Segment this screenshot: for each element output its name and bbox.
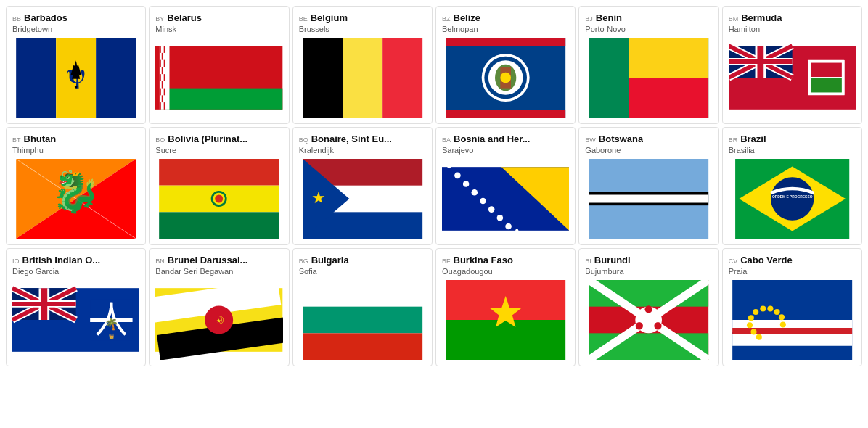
svg-rect-53 [811,63,842,77]
country-card-bm[interactable]: BM Bermuda Hamilton [722,6,862,124]
svg-point-8 [75,86,78,89]
svg-point-129 [747,322,753,328]
country-card-ba[interactable]: BA Bosnia and Her... Sarajevo [435,127,576,245]
country-name: Benin [596,12,622,23]
country-card-bw[interactable]: BW Botswana Gaborone [578,127,718,245]
svg-point-122 [655,322,662,329]
card-header: BY Belarus [155,12,282,23]
svg-rect-22 [164,102,165,110]
country-card-bj[interactable]: BJ Benin Porto-Novo [578,6,718,124]
card-header: BM Bermuda [729,12,856,23]
capital: Minsk [155,25,282,33]
svg-rect-17 [160,74,161,81]
svg-text:👑: 👑 [109,334,115,339]
svg-rect-40 [629,38,708,78]
country-card-bq[interactable]: BQ Bonaire, Sint Eu... Kralendijk ★ [292,127,433,245]
flag-image [442,159,569,239]
country-code: BR [729,136,738,144]
svg-point-136 [779,321,785,327]
svg-rect-29 [382,38,422,118]
country-card-cv[interactable]: CV Cabo Verde Praia [722,248,862,366]
flag-image [155,38,282,118]
svg-point-80 [515,229,518,232]
country-card-by[interactable]: BY Belarus Minsk [149,6,289,124]
flag-image: ☽ ★ [155,280,282,360]
svg-rect-125 [732,328,852,334]
capital: Sucre [155,146,282,155]
svg-point-127 [756,334,761,340]
country-name: Bosnia and Her... [454,133,530,144]
svg-point-73 [463,181,470,187]
svg-rect-19 [160,89,161,96]
svg-point-131 [753,309,758,315]
svg-rect-0 [16,38,56,118]
card-header: BO Bolivia (Plurinat... [155,133,282,144]
svg-rect-41 [629,78,708,118]
card-header: BT Bhutan [12,133,139,144]
country-card-io[interactable]: IO British Indian O... Diego Garcia 🌴 👑 [6,248,146,366]
country-name: Bonaire, Sint Eu... [311,133,392,144]
svg-rect-16 [164,60,165,67]
flag-image: 🌴 👑 [12,280,139,360]
svg-text:🌴: 🌴 [105,317,119,331]
card-header: BQ Bonaire, Sint Eu... [299,133,426,144]
svg-rect-32 [446,110,565,118]
country-card-bb[interactable]: BB Barbados Bridgetown 𝛙 [6,6,146,124]
svg-rect-18 [164,74,165,81]
svg-rect-10 [155,89,282,110]
country-grid: BB Barbados Bridgetown 𝛙 BY Belarus Mins… [6,6,862,366]
capital: Kralendijk [299,146,426,155]
svg-point-133 [767,305,773,311]
svg-rect-109 [303,307,422,334]
svg-rect-28 [343,38,382,118]
card-header: BI Burundi [585,255,712,266]
svg-point-76 [488,206,495,213]
country-code: BA [442,136,451,144]
country-code: BZ [442,15,451,22]
country-card-be[interactable]: BE Belgium Brussels [292,6,433,124]
flag-image [299,38,426,118]
svg-point-130 [748,315,753,321]
country-card-bn[interactable]: BN Brunei Darussal... Bandar Seri Begawa… [149,248,289,366]
svg-text:🐉: 🐉 [51,168,101,215]
flag-image [442,280,569,360]
capital: Gaborone [585,146,712,155]
country-card-bz[interactable]: BZ Belize Belmopan [435,6,576,124]
svg-rect-21 [160,102,161,110]
country-code: BE [299,15,308,22]
country-card-bo[interactable]: BO Bolivia (Plurinat... Sucre [149,127,289,245]
country-name: British Indian O... [22,255,101,266]
svg-rect-112 [446,320,565,360]
country-card-bi[interactable]: BI Burundi Bujumbura [578,248,718,366]
svg-rect-83 [589,195,708,203]
svg-rect-110 [303,333,422,360]
country-card-br[interactable]: BR Brazil Brasilia ORDEM E PROGRESSO [722,127,862,245]
svg-text:★: ★ [311,189,326,207]
capital: Bujumbura [585,267,712,276]
country-code: BM [729,15,739,22]
svg-point-135 [779,314,785,320]
svg-rect-59 [159,159,279,186]
country-code: BY [155,15,164,22]
svg-rect-15 [160,60,161,67]
svg-rect-108 [303,280,422,307]
country-code: BG [299,258,308,265]
svg-rect-27 [303,38,343,118]
flag-image [585,159,712,239]
svg-rect-25 [162,81,163,89]
svg-rect-24 [162,67,163,74]
country-name: Belize [454,12,481,23]
country-name: Bhutan [24,133,57,144]
flag-image [585,38,712,118]
country-card-bt[interactable]: BT Bhutan Thimphu 🐉 [6,127,146,245]
svg-point-78 [505,223,512,230]
country-name: Botswana [599,133,643,144]
country-code: BQ [299,136,308,144]
country-card-bg[interactable]: BG Bulgaria Sofia [292,248,433,366]
svg-point-120 [645,305,652,313]
country-card-bf[interactable]: BF Burkina Faso Ouagadougou [435,248,576,366]
card-header: BB Barbados [12,12,139,23]
card-header: BR Brazil [729,133,856,144]
card-header: BF Burkina Faso [442,255,569,266]
flag-image [442,38,569,118]
